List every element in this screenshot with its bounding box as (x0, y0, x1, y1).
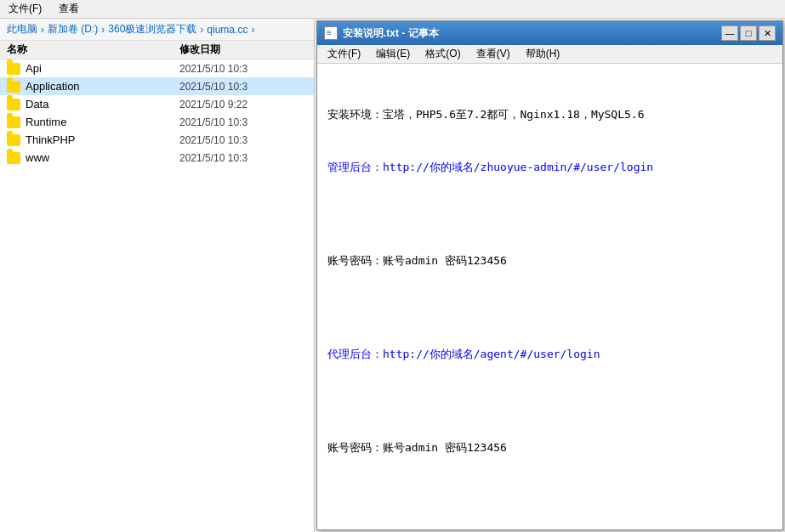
folder-icon (7, 116, 20, 128)
breadcrumb-drive[interactable]: 新加卷 (D:) (48, 22, 98, 37)
breadcrumb-sep1: › (41, 24, 44, 36)
window-controls: — □ ✕ (721, 25, 776, 41)
breadcrumb-thispc[interactable]: 此电脑 (7, 22, 37, 37)
minimize-button[interactable]: — (721, 25, 738, 41)
file-list: Api 2021/5/10 10:3 Application 2021/5/10… (0, 59, 314, 532)
file-name: www (26, 151, 174, 164)
file-date: 2021/5/10 10:3 (179, 116, 307, 128)
notepad-menu-format[interactable]: 格式(O) (418, 45, 467, 63)
notepad-menu-view[interactable]: 查看(V) (469, 45, 517, 63)
breadcrumb-browser[interactable]: 360极速浏览器下载 (108, 22, 196, 37)
file-date: 2021/5/10 10:3 (179, 152, 307, 164)
notepad-menubar: 文件(F) 编辑(E) 格式(O) 查看(V) 帮助(H) (317, 45, 782, 64)
content-line-4: 账号密码：账号admin 密码123456 (327, 252, 772, 270)
folder-icon (7, 134, 20, 146)
file-name: Data (26, 98, 174, 110)
notepad-title: 安装说明.txt - 记事本 (343, 26, 716, 41)
file-list-header: 名称 修改日期 (0, 41, 314, 59)
maximize-button[interactable]: □ (740, 25, 757, 41)
file-name: Application (26, 80, 174, 93)
list-item[interactable]: Application 2021/5/10 10:3 (0, 77, 314, 95)
main-area: 此电脑 › 新加卷 (D:) › 360极速浏览器下载 › qiuma.cc ›… (0, 19, 785, 532)
breadcrumb-arrow: › (251, 24, 254, 36)
content-line-5 (327, 305, 772, 310)
notepad-window: 安装说明.txt - 记事本 — □ ✕ 文件(F) 编辑(E) 格式(O) 查… (316, 20, 783, 530)
list-item[interactable]: Api 2021/5/10 10:3 (0, 59, 314, 77)
menu-view[interactable]: 查看 (54, 0, 84, 18)
file-explorer: 此电脑 › 新加卷 (D:) › 360极速浏览器下载 › qiuma.cc ›… (0, 19, 315, 532)
notepad-menu-help[interactable]: 帮助(H) (519, 45, 567, 63)
folder-icon (7, 81, 20, 93)
file-name: Runtime (26, 116, 174, 128)
content-line-8: 账号密码：账号admin 密码123456 (327, 439, 772, 457)
content-line-7 (327, 399, 772, 404)
content-line-6: 代理后台：http://你的域名/agent/#/user/login (327, 346, 772, 364)
folder-icon (7, 99, 20, 110)
file-name: Api (26, 62, 174, 75)
list-item[interactable]: Data 2021/5/10 9:22 (0, 95, 314, 113)
content-line-3 (327, 212, 772, 217)
file-date: 2021/5/10 10:3 (179, 63, 307, 75)
notepad-menu-file[interactable]: 文件(F) (321, 45, 367, 63)
content-line-9 (327, 492, 772, 497)
notepad-app-icon (324, 26, 338, 40)
list-item[interactable]: ThinkPHP 2021/5/10 10:3 (0, 131, 314, 149)
close-button[interactable]: ✕ (759, 25, 776, 41)
notepad-titlebar: 安装说明.txt - 记事本 — □ ✕ (317, 21, 782, 45)
file-date: 2021/5/10 10:3 (179, 134, 307, 146)
menu-file[interactable]: 文件(F) (3, 0, 47, 18)
notepad-menu-edit[interactable]: 编辑(E) (369, 45, 417, 63)
breadcrumb: 此电脑 › 新加卷 (D:) › 360极速浏览器下载 › qiuma.cc › (0, 19, 314, 41)
list-item[interactable]: www 2021/5/10 10:3 (0, 149, 314, 167)
file-explorer-menubar: 文件(F) 查看 (0, 0, 785, 19)
folder-icon (7, 63, 20, 75)
file-date: 2021/5/10 9:22 (179, 99, 307, 110)
column-name: 名称 (7, 42, 179, 57)
file-name: ThinkPHP (26, 133, 174, 146)
content-line-2: 管理后台：http://你的域名/zhuoyue-admin/#/user/lo… (327, 159, 772, 177)
breadcrumb-sep2: › (101, 24, 105, 36)
list-item[interactable]: Runtime 2021/5/10 10:3 (0, 113, 314, 131)
file-date: 2021/5/10 10:3 (179, 81, 307, 93)
breadcrumb-folder[interactable]: qiuma.cc (207, 24, 247, 36)
folder-icon (7, 152, 20, 164)
content-line-1: 安装环境：宝塔，PHP5.6至7.2都可，Nginx1.18，MySQL5.6 (327, 106, 772, 124)
notepad-content[interactable]: 安装环境：宝塔，PHP5.6至7.2都可，Nginx1.18，MySQL5.6 … (317, 64, 782, 529)
breadcrumb-sep3: › (200, 24, 203, 36)
column-date: 修改日期 (179, 42, 307, 57)
